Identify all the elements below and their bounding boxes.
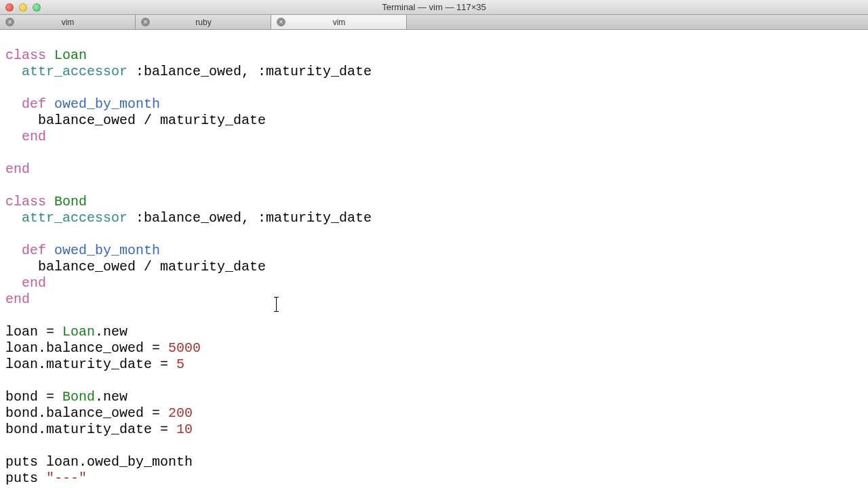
number-literal: 5000: [168, 340, 201, 356]
code-text: loan.maturity_date =: [5, 357, 176, 372]
tab-label: ruby: [150, 18, 271, 27]
keyword-def: def: [22, 243, 46, 258]
attr-accessor: attr_accessor: [22, 210, 127, 226]
code-text: puts: [5, 470, 46, 486]
traffic-lights: [5, 3, 41, 12]
window-title: Terminal — vim — 117×35: [382, 2, 486, 12]
number-literal: 200: [168, 405, 193, 421]
string-literal: "---": [46, 470, 87, 486]
code-text: .new: [95, 389, 127, 405]
keyword-class: class: [5, 194, 46, 209]
number-literal: 10: [176, 422, 193, 437]
code-text: puts loan.owed_by_month: [5, 454, 193, 470]
class-name: Bond: [54, 194, 87, 209]
tab-vim-1[interactable]: × vim: [0, 15, 136, 29]
minimize-icon[interactable]: [19, 3, 27, 12]
attr-accessor: attr_accessor: [22, 64, 127, 79]
code-text: loan =: [5, 324, 62, 340]
method-name: owed_by_month: [54, 96, 160, 112]
keyword-end: end: [5, 161, 30, 177]
close-icon[interactable]: [5, 3, 14, 12]
keyword-end: end: [22, 129, 46, 144]
zoom-icon[interactable]: [33, 3, 41, 12]
code-text: bond.balance_owed =: [5, 405, 168, 421]
close-tab-icon[interactable]: ×: [141, 18, 150, 26]
method-body: balance_owed / maturity_date: [38, 113, 266, 128]
tab-ruby[interactable]: × ruby: [136, 15, 271, 29]
keyword-end: end: [5, 291, 30, 307]
close-tab-icon[interactable]: ×: [5, 18, 14, 26]
keyword-def: def: [22, 96, 46, 112]
tab-vim-2[interactable]: × vim: [271, 15, 407, 29]
editor-viewport[interactable]: class Loan attr_accessor :balance_owed, …: [0, 30, 868, 488]
method-name: owed_by_month: [54, 243, 160, 258]
const-ref: Loan: [62, 324, 95, 340]
tab-bar: × vim × ruby × vim: [0, 15, 868, 30]
symbol-list: :balance_owed, :maturity_date: [136, 64, 372, 79]
tab-label: vim: [285, 18, 406, 27]
code-text: loan.balance_owed =: [5, 340, 168, 356]
keyword-class: class: [5, 47, 46, 63]
text-cursor-icon: [276, 297, 277, 312]
keyword-end: end: [22, 275, 46, 291]
tab-label: vim: [14, 18, 135, 27]
method-body: balance_owed / maturity_date: [38, 259, 266, 274]
window-titlebar: Terminal — vim — 117×35: [0, 0, 868, 15]
number-literal: 5: [176, 357, 184, 372]
const-ref: Bond: [62, 389, 95, 405]
code-text: bond.maturity_date =: [5, 422, 176, 437]
code-text: bond =: [5, 389, 62, 405]
code-text: .new: [95, 324, 127, 340]
close-tab-icon[interactable]: ×: [277, 18, 285, 26]
class-name: Loan: [54, 47, 87, 63]
symbol-list: :balance_owed, :maturity_date: [136, 210, 372, 226]
